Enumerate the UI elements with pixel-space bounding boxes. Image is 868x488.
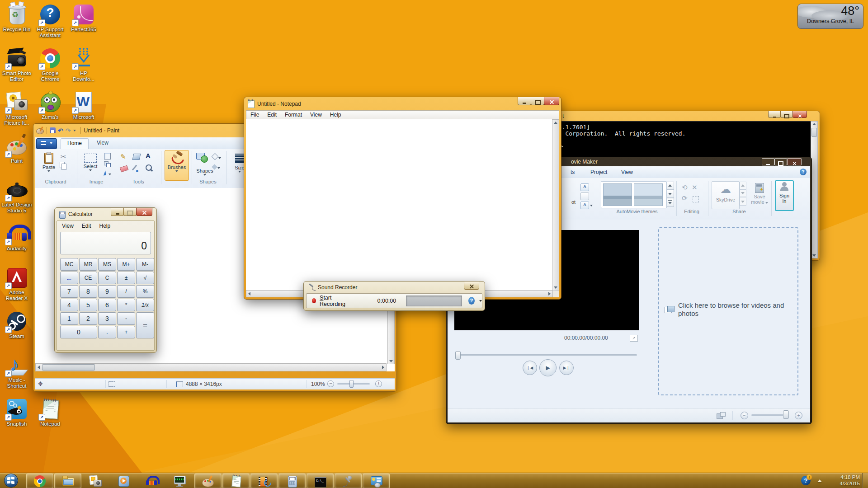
thumbnail-size-icon[interactable] xyxy=(717,412,726,419)
key-1[interactable]: 1 xyxy=(60,312,78,325)
mm-zoom-slider-thumb[interactable] xyxy=(783,410,789,419)
taskbar-photo-gallery[interactable] xyxy=(82,474,108,488)
desktop-icon-recycle-bin[interactable]: ♻ Recycle Bin xyxy=(0,4,33,33)
key-mc[interactable]: MC xyxy=(60,258,78,271)
skydrive-button[interactable]: ☁ SkyDrive xyxy=(712,181,740,209)
taskbar-settings[interactable] xyxy=(363,474,390,488)
save-icon[interactable] xyxy=(49,127,57,134)
taskbar-audacity[interactable] xyxy=(138,474,165,488)
undo-icon[interactable]: ↶ xyxy=(58,127,63,134)
redo-icon[interactable]: ↷ xyxy=(66,127,71,134)
mm-zoom-in-button[interactable]: + xyxy=(795,412,802,419)
shapes-button[interactable]: Shapes xyxy=(194,168,215,179)
caption-button[interactable] xyxy=(580,192,589,200)
rotate-icon[interactable] xyxy=(103,169,111,177)
key-divide[interactable]: / xyxy=(117,285,135,298)
mm-tab-view[interactable]: View xyxy=(615,168,639,177)
fill-tool-icon[interactable] xyxy=(132,154,141,160)
seek-slider-track[interactable] xyxy=(456,354,637,356)
key-9[interactable]: 9 xyxy=(98,285,116,298)
key-3[interactable]: 3 xyxy=(98,312,116,325)
desktop-icon-notepad[interactable]: ↗ Notepad xyxy=(33,398,67,427)
paint-tab-home[interactable]: Home xyxy=(61,138,89,150)
sign-in-button[interactable]: Sign in xyxy=(775,180,794,211)
close-button[interactable] xyxy=(136,208,152,216)
mm-zoom-out-button[interactable]: − xyxy=(741,412,748,419)
zoom-out-button[interactable]: − xyxy=(327,380,334,387)
sound-recorder-close-button[interactable] xyxy=(464,282,479,290)
key-minus[interactable]: - xyxy=(117,312,135,325)
fullscreen-preview-icon[interactable]: ↗ xyxy=(630,335,638,342)
menu-file[interactable]: File xyxy=(246,111,263,119)
shape-outline-icon[interactable] xyxy=(212,153,221,161)
desktop-icon-microsoft-word[interactable]: W ↗ Microsoft xyxy=(67,91,100,120)
zoom-slider-thumb[interactable] xyxy=(349,380,354,388)
save-movie-button[interactable]: ✦ Save movie xyxy=(750,181,769,209)
key-4[interactable]: 4 xyxy=(60,299,78,311)
start-button[interactable] xyxy=(2,474,20,488)
notepad-maximize-button[interactable] xyxy=(531,97,544,105)
taskbar-calculator[interactable]: 0 xyxy=(278,474,306,488)
desktop-icon-picture-it[interactable]: ↗ MicrosoftPicture It... xyxy=(0,91,33,126)
desktop-icon-hp-support[interactable]: ? ↗ HP SupportAssistant xyxy=(33,4,67,38)
weather-gadget[interactable]: 48° Downers Grove, IL xyxy=(797,4,863,29)
desktop-icon-audacity[interactable]: ↗ Audacity xyxy=(0,223,33,252)
key-backspace[interactable]: ← xyxy=(60,272,78,284)
mm-close-button[interactable] xyxy=(787,158,802,165)
gallery-more-button[interactable] xyxy=(667,198,674,207)
share-more-button[interactable] xyxy=(740,197,746,206)
mm-tab-project[interactable]: Project xyxy=(584,168,613,177)
taskbar-chrome[interactable] xyxy=(26,474,53,488)
browse-panel[interactable]: Click here to browse for videos and phot… xyxy=(658,227,798,395)
remove-icon[interactable]: ✕ xyxy=(692,183,698,192)
key-8[interactable]: 8 xyxy=(79,285,97,298)
menu-format[interactable]: Format xyxy=(281,111,306,119)
tray-hp-support-icon[interactable]: ? ! xyxy=(801,474,813,486)
desktop-icon-hp-download[interactable]: ↗ HPDownlo... xyxy=(67,47,100,82)
share-scroll-up[interactable] xyxy=(740,182,746,189)
taskbar-notepad[interactable] xyxy=(222,474,250,488)
key-ms[interactable]: MS xyxy=(98,258,116,271)
desktop-icon-steam[interactable]: ↗ Steam xyxy=(0,310,33,339)
title-caption-button[interactable]: A xyxy=(580,183,589,191)
notepad-resize-grip[interactable] xyxy=(553,291,559,297)
eraser-tool-icon[interactable] xyxy=(120,165,129,173)
taskbar-paint[interactable] xyxy=(194,474,222,488)
notepad-minimize-button[interactable] xyxy=(518,97,531,105)
cmd-maximize-button[interactable] xyxy=(780,111,793,118)
gallery-scroll-down[interactable] xyxy=(667,190,674,198)
zoom-slider-track[interactable] xyxy=(337,383,370,385)
rotate-left-icon[interactable]: ⟲ xyxy=(682,183,688,192)
seek-slider-thumb[interactable] xyxy=(455,351,461,360)
desktop-icon-zumas[interactable]: ↗ Zuma's xyxy=(33,91,67,120)
key-mminus[interactable]: M- xyxy=(136,258,154,271)
select-all-icon[interactable] xyxy=(693,196,699,202)
taskbar-explorer[interactable] xyxy=(54,474,81,488)
mm-tab-fragment[interactable]: ts xyxy=(569,168,576,177)
qat-dropdown-icon[interactable] xyxy=(73,130,76,131)
mm-help-icon[interactable]: ? xyxy=(800,169,807,175)
taskbar-cmd[interactable]: C:\_ xyxy=(307,474,334,488)
cmd-close-button[interactable] xyxy=(793,111,807,118)
key-percent[interactable]: % xyxy=(136,285,154,298)
taskbar-system-monitor[interactable] xyxy=(166,474,193,488)
key-c[interactable]: C xyxy=(98,272,116,284)
desktop-icon-music-shortcut[interactable]: ♪ ↗ Music -Shortcut xyxy=(0,354,33,389)
desktop-icon-paint[interactable]: ↗ Paint xyxy=(0,135,33,164)
copy-icon[interactable] xyxy=(60,162,66,169)
key-mplus[interactable]: M+ xyxy=(117,258,135,271)
key-0[interactable]: 0 xyxy=(60,326,97,338)
menu-help[interactable]: Help xyxy=(95,222,114,230)
key-5[interactable]: 5 xyxy=(79,299,97,311)
taskbar-sound-recorder[interactable] xyxy=(335,474,362,488)
desktop-icon-snapfish[interactable]: ↗ Snapfish xyxy=(0,398,33,427)
share-scroll-down[interactable] xyxy=(740,189,746,197)
next-frame-button[interactable]: ▶❘ xyxy=(559,361,574,375)
key-equals[interactable]: = xyxy=(136,312,154,338)
maximize-button[interactable] xyxy=(123,208,137,216)
key-reciprocal[interactable]: 1/x xyxy=(136,299,154,311)
brushes-button[interactable]: Brushes xyxy=(165,150,189,181)
crop-icon[interactable] xyxy=(104,153,111,160)
paint-app-menu-button[interactable] xyxy=(36,138,57,149)
paste-button[interactable]: Paste xyxy=(39,151,59,179)
